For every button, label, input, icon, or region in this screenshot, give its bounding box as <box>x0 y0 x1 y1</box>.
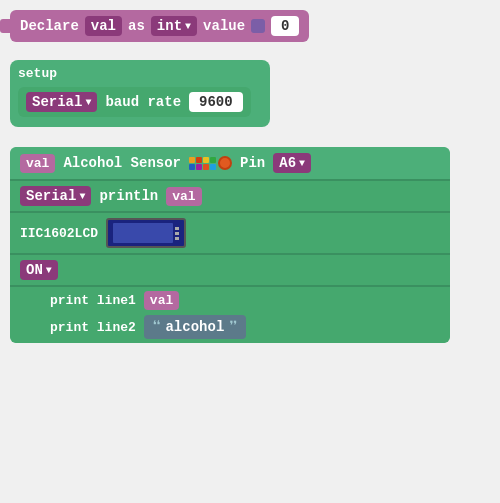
on-dropdown[interactable]: ON ▼ <box>20 260 58 280</box>
lcd-pin1 <box>175 227 179 230</box>
connector-puzzle <box>251 19 265 33</box>
baud-value[interactable]: 9600 <box>189 92 243 112</box>
type-dropdown[interactable]: int ▼ <box>151 16 197 36</box>
print-line2-label: print line2 <box>50 320 136 335</box>
setup-label: setup <box>18 66 262 81</box>
value-box[interactable]: 0 <box>271 16 299 36</box>
serial-println-arrow-icon: ▼ <box>79 191 85 202</box>
open-quote-icon: ❝ <box>152 317 162 337</box>
loop-block: val Alcohol Sensor Pin A6 ▼ <box>10 147 450 343</box>
value-label: value <box>203 18 245 34</box>
dot1 <box>189 157 195 163</box>
dot6 <box>196 164 202 170</box>
val-dropdown[interactable]: val <box>85 16 122 36</box>
print-line1-label: print line1 <box>50 293 136 308</box>
println-val-badge: val <box>166 187 201 206</box>
on-value-text: ON <box>26 262 43 278</box>
baud-rate-label: baud rate <box>105 94 181 110</box>
pin-dropdown[interactable]: A6 ▼ <box>273 153 311 173</box>
pin-label: Pin <box>240 155 265 171</box>
lcd-pin2 <box>175 232 179 235</box>
print-line2-value-pill: ❝ alcohol ❞ <box>144 315 246 339</box>
serial-text: Serial <box>32 94 82 110</box>
setup-block: setup Serial ▼ baud rate 9600 <box>10 60 270 127</box>
sensor-label: Alcohol Sensor <box>63 155 181 171</box>
lcd-screen <box>113 223 173 243</box>
dot7 <box>203 164 209 170</box>
close-quote-icon: ❞ <box>228 317 238 337</box>
val-pill-text: val <box>91 18 116 34</box>
sensor-row: val Alcohol Sensor Pin A6 ▼ <box>10 147 450 179</box>
block-area: Declare val as int ▼ value 0 setup Seria… <box>10 10 490 343</box>
pin-value-text: A6 <box>279 155 296 171</box>
on-row: ON ▼ <box>10 255 450 285</box>
dot2 <box>196 157 202 163</box>
print-line1-val: val <box>144 291 179 310</box>
pin-arrow-icon: ▼ <box>299 158 305 169</box>
print-line2-string: alcohol <box>165 319 224 335</box>
lcd-pin3 <box>175 237 179 240</box>
serial-arrow-icon: ▼ <box>85 97 91 108</box>
serial-println-dropdown[interactable]: Serial ▼ <box>20 186 91 206</box>
print-section: print line1 val print line2 ❝ alcohol ❞ <box>10 287 450 343</box>
print-line1-row: print line1 val <box>50 291 440 310</box>
dot3 <box>203 157 209 163</box>
on-arrow-icon: ▼ <box>46 265 52 276</box>
serial-dropdown[interactable]: Serial ▼ <box>26 92 97 112</box>
as-label: as <box>128 18 145 34</box>
sensor-circle-icon <box>218 156 232 170</box>
lcd-display <box>106 218 186 248</box>
println-label: println <box>99 188 158 204</box>
dot5 <box>189 164 195 170</box>
declare-block: Declare val as int ▼ value 0 <box>10 10 309 42</box>
iic-row: IIC1602LCD <box>10 213 450 253</box>
declare-label: Declare <box>20 18 79 34</box>
dot8 <box>210 164 216 170</box>
lcd-pins <box>175 227 179 240</box>
lcd-image <box>106 218 186 248</box>
sensor-icon <box>189 156 232 170</box>
val-badge: val <box>20 154 55 173</box>
sensor-dot-grid <box>189 157 216 170</box>
serial-println-serial-text: Serial <box>26 188 76 204</box>
dot4 <box>210 157 216 163</box>
setup-inner: Serial ▼ baud rate 9600 <box>18 87 251 117</box>
type-text: int <box>157 18 182 34</box>
serial-println-row: Serial ▼ println val <box>10 181 450 211</box>
iic-label: IIC1602LCD <box>20 226 98 241</box>
print-line2-row: print line2 ❝ alcohol ❞ <box>50 315 440 339</box>
type-arrow-icon: ▼ <box>185 21 191 32</box>
